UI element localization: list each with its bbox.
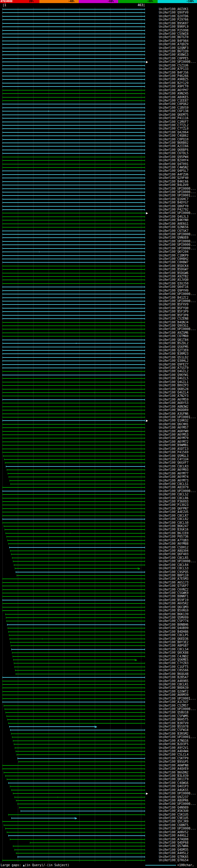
hit-row[interactable]: UniRef100_Q4U1P3 bbox=[0, 784, 197, 788]
hit-label[interactable]: UniRef100_B5ZDL2 bbox=[159, 342, 188, 345]
hit-row[interactable]: UniRef100_B6K247 bbox=[0, 524, 197, 528]
hit-bar[interactable] bbox=[8, 723, 145, 723]
hit-row[interactable]: UniRef100_Q42064 bbox=[0, 130, 197, 134]
hit-bar[interactable] bbox=[2, 245, 145, 245]
hit-bar[interactable] bbox=[2, 100, 145, 101]
hit-row[interactable]: UniRef100_A7TQB3 bbox=[0, 538, 197, 542]
hit-bar[interactable] bbox=[9, 639, 145, 639]
hit-bar[interactable] bbox=[2, 375, 145, 375]
hit-label[interactable]: UniRef100_Q4T091 bbox=[159, 162, 188, 166]
hit-row[interactable]: UniRef100_B6RB02 bbox=[0, 141, 197, 145]
hit-bar[interactable] bbox=[2, 508, 145, 509]
hit-bar[interactable] bbox=[2, 406, 145, 407]
hit-bar[interactable] bbox=[2, 135, 145, 136]
hit-bar[interactable] bbox=[6, 466, 145, 467]
hit-row[interactable]: UniRef100_B4LDV0 bbox=[0, 183, 197, 187]
hit-row[interactable]: UniRef100_C8CLS1 bbox=[0, 482, 197, 486]
hit-bar[interactable] bbox=[2, 51, 145, 52]
hit-bar[interactable] bbox=[2, 505, 145, 505]
hit-row[interactable]: UniRef100_A9PCT0 bbox=[0, 85, 197, 88]
hit-label[interactable]: UniRef100_A5DTI3 bbox=[159, 447, 188, 451]
hit-bar[interactable] bbox=[2, 150, 145, 150]
hit-label[interactable]: UniRef100_B6RB02 bbox=[159, 141, 188, 145]
hit-label[interactable]: UniRef100_C6TMR0 bbox=[159, 335, 188, 338]
hit-label[interactable]: UniRef100_B6JIE0 bbox=[159, 532, 188, 535]
hit-bar[interactable] bbox=[2, 290, 145, 291]
hit-bar[interactable] bbox=[5, 828, 145, 829]
hit-bar[interactable] bbox=[16, 751, 145, 752]
hit-row[interactable]: UniRef100_B2D3F5 bbox=[0, 742, 197, 746]
hit-bar[interactable] bbox=[2, 23, 145, 24]
hit-bar[interactable] bbox=[2, 122, 145, 122]
hit-bar[interactable] bbox=[13, 793, 145, 794]
hit-bar[interactable] bbox=[30, 842, 145, 843]
hit-row[interactable]: UniRef100_A5K3U0 bbox=[0, 809, 197, 813]
hit-bar[interactable] bbox=[2, 248, 145, 249]
hit-bar[interactable] bbox=[12, 737, 145, 738]
hit-row[interactable]: UniRef100_B5FYQ0 bbox=[0, 306, 197, 310]
hit-label[interactable]: UniRef100_A9ZSM6 bbox=[159, 331, 188, 334]
hit-bar[interactable] bbox=[14, 849, 145, 850]
hit-bar[interactable] bbox=[2, 294, 145, 294]
hit-row[interactable]: UniRef100_C6BNT5 bbox=[0, 823, 197, 827]
hit-label[interactable]: UniRef100_C8CLS2 bbox=[159, 493, 188, 496]
hit-bar[interactable] bbox=[2, 34, 145, 34]
hit-label[interactable]: UniRef100_B9RPL9 bbox=[159, 25, 188, 28]
hit-row[interactable]: UniRef100_Q81T84 bbox=[0, 338, 197, 341]
hit-label[interactable]: UniRef100_B6H5T5 bbox=[159, 718, 188, 721]
hit-label[interactable]: UniRef100_B8P110 bbox=[159, 574, 188, 577]
hit-label[interactable]: UniRef100_B3L039 bbox=[159, 774, 188, 777]
hit-bar[interactable] bbox=[2, 153, 145, 154]
hit-bar[interactable] bbox=[2, 206, 145, 207]
hit-label[interactable]: UniRef100_UPI0000... bbox=[159, 802, 196, 805]
hit-row[interactable]: UniRef100_C1BVS9 bbox=[0, 106, 197, 109]
hit-bar[interactable] bbox=[5, 614, 145, 615]
hit-bar[interactable] bbox=[2, 322, 145, 323]
hit-bar[interactable] bbox=[6, 536, 145, 537]
hit-row[interactable]: UniRef100_C5FW18 bbox=[0, 728, 197, 732]
hit-bar[interactable] bbox=[2, 20, 145, 20]
hit-label[interactable]: UniRef100_Q5CJR9 bbox=[159, 820, 188, 823]
hit-row[interactable]: UniRef100_B4DH86 bbox=[0, 630, 197, 633]
hit-bar[interactable] bbox=[2, 600, 145, 600]
hit-row[interactable]: UniRef100_B8NNT1 bbox=[0, 595, 197, 598]
hit-bar[interactable] bbox=[11, 645, 145, 646]
hit-label[interactable]: UniRef100_Q7S6P7 bbox=[159, 584, 188, 588]
hit-row[interactable]: UniRef100_B3L039 bbox=[0, 774, 197, 777]
hit-bar[interactable] bbox=[4, 526, 145, 527]
hit-row[interactable]: UniRef100_Q6RBF6 bbox=[0, 148, 197, 152]
hit-bar[interactable] bbox=[2, 364, 145, 365]
hit-row[interactable]: UniRef100_UPI0000... bbox=[0, 190, 197, 194]
hit-bar[interactable] bbox=[4, 459, 145, 460]
hit-row[interactable]: UniRef100_Q6F403 bbox=[0, 552, 197, 556]
hit-bar[interactable] bbox=[2, 579, 145, 579]
hit-label[interactable]: UniRef100_Q57WR6 bbox=[159, 845, 188, 848]
hit-row[interactable]: UniRef100_UPI0000... bbox=[0, 802, 197, 805]
hit-row[interactable]: UniRef100_B5DGW6 bbox=[0, 271, 197, 275]
hit-row[interactable]: UniRef100_C6VNZ2 bbox=[0, 588, 197, 591]
hit-bar[interactable] bbox=[2, 93, 145, 94]
hit-row[interactable]: UniRef100_Q95PW4 bbox=[0, 155, 197, 159]
hit-row[interactable]: UniRef100_Q4PSL7 bbox=[0, 169, 197, 173]
hit-row[interactable]: UniRef100_Q6Y204 bbox=[0, 250, 197, 253]
hit-label[interactable]: UniRef100_Q2N656 bbox=[159, 226, 188, 229]
hit-row[interactable]: UniRef100_UPI0001... bbox=[0, 735, 197, 739]
hit-bar[interactable] bbox=[2, 385, 145, 386]
hit-row[interactable]: UniRef100_C0H8W7 bbox=[0, 260, 197, 264]
hit-row[interactable]: UniRef100_A4HGL2 bbox=[0, 834, 197, 837]
hit-row[interactable]: UniRef100_A8VKE5 bbox=[0, 95, 197, 99]
hit-row[interactable]: UniRef100_A6YM88 bbox=[0, 542, 197, 545]
hit-row[interactable]: UniRef100_B6GDN2 bbox=[0, 771, 197, 774]
hit-row[interactable]: UniRef100_B59F19 bbox=[0, 598, 197, 602]
hit-label[interactable]: UniRef100_B8NNT1 bbox=[159, 595, 188, 598]
hit-bar[interactable] bbox=[5, 712, 145, 713]
hit-bar[interactable] bbox=[2, 143, 145, 143]
hit-bar[interactable] bbox=[2, 115, 145, 115]
hit-bar[interactable] bbox=[2, 491, 145, 491]
hit-row[interactable]: UniRef100_Q04T16 bbox=[0, 285, 197, 288]
hit-row[interactable]: UniRef100_Q4GIL4 bbox=[0, 391, 197, 394]
hit-label[interactable]: UniRef100_C8CLS1 bbox=[159, 483, 188, 486]
hit-bar[interactable] bbox=[2, 765, 145, 766]
hit-bar[interactable] bbox=[2, 389, 145, 390]
hit-label[interactable]: UniRef100_P05736 bbox=[159, 535, 188, 538]
